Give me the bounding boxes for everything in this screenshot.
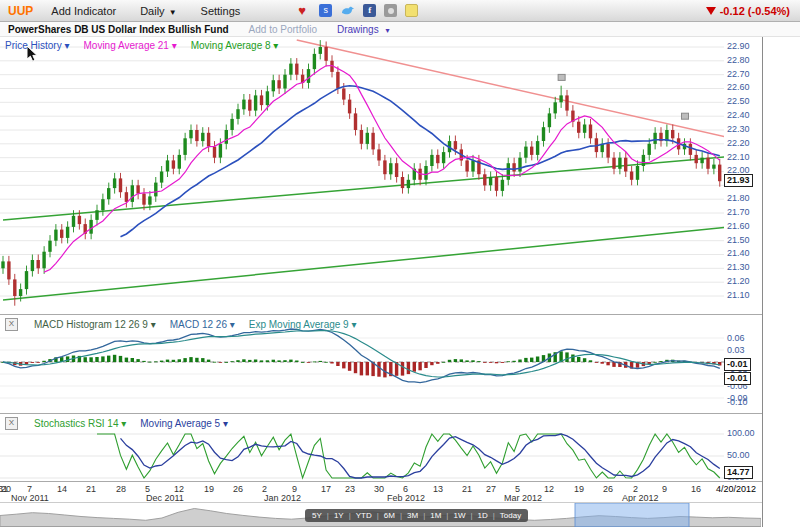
stock-chart-app: { "toolbar": { "symbol": "UUP", "add_ind… [0,0,800,527]
xaxis-day-label: 14 [57,484,67,494]
range-button-1d[interactable]: 1D [478,511,488,520]
add-to-portfolio-button[interactable]: Add to Portfolio [249,24,317,35]
macd-panel: 0.060.030.00-0.03-0.06-0.09-0.01-0.01-0.… [0,314,762,413]
trendlines[interactable] [3,40,724,300]
stochastics-axis: 100.0050.000.0014.77 [724,414,761,481]
xaxis-day-label: 26 [603,484,613,494]
stoch-axis-tick: 100.00 [727,428,755,438]
share-icon[interactable]: s [319,4,332,17]
price-legend-item-0[interactable]: Price History ▾ [5,40,69,51]
moving-average-21-line[interactable] [121,86,720,237]
xaxis-day-label: 19 [204,484,214,494]
price-axis-tick: 22.70 [727,69,750,79]
price-axis-tick: 21.40 [727,248,750,258]
price-legend-item-1[interactable]: Moving Average 21 ▾ [83,40,176,51]
drawings-label: Drawings [337,24,379,35]
settings-button[interactable]: Settings [201,5,241,17]
range-separator: | [493,511,495,520]
xaxis-day-label: 9 [662,484,667,494]
range-button-6m[interactable]: 6M [384,511,395,520]
trendline-ascending-support-lower [3,227,724,300]
macd-legend-item-2[interactable]: Exp Moving Average 9 ▾ [249,319,357,330]
stoch-gridlines [0,434,724,478]
stochastics-close-button[interactable]: X [5,417,18,430]
range-button-ytd[interactable]: YTD [356,511,372,520]
xaxis-day-label: 19 [574,484,584,494]
down-arrow-icon [706,7,716,15]
price-legend: Price History ▾Moving Average 21 ▾Moving… [5,40,278,51]
chevron-down-icon: ▼ [169,8,177,17]
symbol-subbar: PowerShares DB US Dollar Index Bullish F… [0,22,800,37]
price-chart-plot[interactable] [0,37,724,314]
trendline-descending-resistance [297,40,724,138]
xaxis-day-label: 21 [462,484,472,494]
macd-legend-item-0[interactable]: MACD Histogram 12 26 9 ▾ [34,319,156,330]
stochastics-panel: 100.0050.000.0014.77 X Stochastics RSI 1… [0,413,762,481]
range-button-5y[interactable]: 5Y [312,511,322,520]
xaxis-day-label: 30 [374,484,384,494]
price-axis-tick: 22.30 [727,124,750,134]
xaxis-end-date: 4/20/2012 [716,484,756,494]
price-axis-tick: 21.20 [727,276,750,286]
price-legend-item-2[interactable]: Moving Average 8 ▾ [191,40,279,51]
stoch-axis-tick: 50.00 [727,450,750,460]
chart-annotation-marker[interactable] [558,74,565,80]
range-button-1m[interactable]: 1M [430,511,441,520]
navigator-selection[interactable] [575,503,689,527]
twitter-icon[interactable] [340,4,355,17]
macd-value-label: -0.10 [727,397,748,407]
timeframe-value: Daily [140,5,164,17]
trendline-ascending-support-upper [3,156,724,220]
drawings-menu[interactable]: Drawings ▾ [337,24,389,35]
fund-name: PowerShares DB US Dollar Index Bullish F… [8,24,229,35]
top-toolbar: UUP Add Indicator Daily▼ Settings ♥ s f … [0,0,800,22]
xaxis-day-label: 26 [233,484,243,494]
snapshot-icon[interactable] [384,4,397,17]
stoch-legend-item-0[interactable]: Stochastics RSI 14 ▾ [34,418,126,429]
range-separator: | [423,511,425,520]
chevron-down-icon: ▾ [385,26,389,35]
favorite-icon[interactable]: ♥ [298,4,311,17]
notes-icon[interactable] [405,4,418,17]
price-axis-tick: 22.20 [727,138,750,148]
toolbar-icons: ♥ s f [298,4,418,17]
timeframe-dropdown[interactable]: Daily▼ [140,5,176,17]
quote-change-value: -0.12 (-0.54%) [720,5,790,17]
xaxis-day-label: 28 [116,484,126,494]
price-axis-tick: 21.50 [727,235,750,245]
range-button-today[interactable]: Today [500,511,521,520]
xaxis-day-label: 31 [0,484,8,494]
price-panel: 22.9022.8022.7022.6022.5022.4022.3022.20… [0,37,762,314]
add-indicator-button[interactable]: Add Indicator [51,5,116,17]
last-price-badge: 21.93 [724,174,753,187]
macd-legend-item-1[interactable]: MACD 12 26 ▾ [170,319,235,330]
macd-close-button[interactable]: X [5,318,18,331]
xaxis-day-label: 23 [345,484,355,494]
price-axis-tick: 22.50 [727,96,750,106]
price-axis-tick: 21.10 [727,290,750,300]
range-navigator[interactable]: 5Y|1Y|YTD|6M|3M|1M|1W|1D|Today [0,502,762,527]
range-button-bar: 5Y|1Y|YTD|6M|3M|1M|1W|1D|Today [305,509,528,522]
stoch-legend-item-1[interactable]: Moving Average 5 ▾ [140,418,228,429]
range-button-1w[interactable]: 1W [453,511,465,520]
macd-legend: X MACD Histogram 12 26 9 ▾MACD 12 26 ▾Ex… [5,318,356,331]
range-separator: | [349,511,351,520]
macd-value-badge-0: -0.01 [724,358,751,371]
symbol-label[interactable]: UUP [8,4,33,18]
price-axis-tick: 22.80 [727,55,750,65]
range-button-3m[interactable]: 3M [407,511,418,520]
xaxis-day-label: 12 [544,484,554,494]
range-button-1y[interactable]: 1Y [334,511,344,520]
candles [1,40,721,306]
chart-annotation-marker[interactable] [682,113,689,119]
macd-value-badge-1: -0.01 [724,372,751,385]
xaxis-day-label: 21 [86,484,96,494]
price-axis-tick: 22.60 [727,82,750,92]
xaxis-day-label: 27 [486,484,496,494]
facebook-icon[interactable]: f [363,4,376,17]
price-axis-tick: 21.80 [727,193,750,203]
macd-axis: 0.060.030.00-0.03-0.06-0.09-0.01-0.01-0.… [724,315,761,413]
price-axis-tick: 22.40 [727,110,750,120]
xaxis-day-label: 13 [433,484,443,494]
range-separator: | [400,511,402,520]
